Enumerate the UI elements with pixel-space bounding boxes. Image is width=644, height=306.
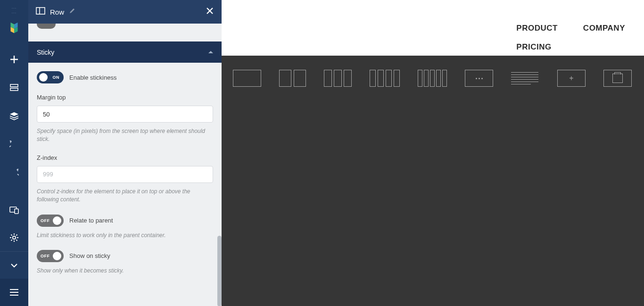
relate-to-parent-label: Relate to parent bbox=[69, 217, 113, 224]
row-icon bbox=[36, 7, 45, 17]
show-on-sticky-label: Show on sticky bbox=[69, 252, 110, 259]
relate-to-parent-hint: Limit stickiness to work only in the par… bbox=[37, 232, 213, 240]
layers-button[interactable] bbox=[0, 102, 28, 130]
undo-button[interactable] bbox=[0, 130, 28, 158]
layout-text[interactable] bbox=[511, 72, 539, 84]
svg-rect-4 bbox=[10, 84, 18, 87]
preview-canvas: PRODUCT COMPANY PRICING + bbox=[222, 0, 644, 306]
site-header: PRODUCT COMPANY PRICING bbox=[222, 0, 644, 56]
add-element-button[interactable] bbox=[0, 45, 28, 74]
element-settings-panel: Row Sticky bbox=[28, 0, 222, 306]
templates-button[interactable] bbox=[0, 74, 28, 102]
zindex-label: Z-index bbox=[37, 154, 213, 161]
svg-rect-5 bbox=[10, 88, 18, 91]
panel-header: Row bbox=[28, 0, 222, 24]
responsive-button[interactable] bbox=[0, 197, 28, 224]
layout-container[interactable] bbox=[603, 70, 632, 87]
section-title: Sticky bbox=[37, 49, 54, 56]
menu-button[interactable] bbox=[0, 279, 28, 306]
layout-5col[interactable] bbox=[418, 70, 447, 87]
layout-3col[interactable] bbox=[324, 70, 352, 87]
close-panel-button[interactable] bbox=[206, 7, 214, 17]
layout-2col[interactable] bbox=[279, 70, 306, 87]
margin-top-hint: Specify space (in pixels) from the scree… bbox=[37, 127, 213, 144]
app-logo bbox=[7, 21, 21, 35]
toggle-off-label-2: OFF bbox=[41, 254, 50, 258]
edit-title-icon[interactable] bbox=[69, 8, 75, 16]
site-nav: PRODUCT COMPANY PRICING bbox=[516, 24, 625, 52]
show-on-sticky-hint: Show only when it becomes sticky. bbox=[37, 267, 213, 275]
toggle-off-label: OFF bbox=[41, 218, 50, 223]
panel-scrollbar[interactable] bbox=[217, 236, 222, 306]
relate-to-parent-toggle[interactable]: OFF bbox=[37, 215, 64, 227]
svg-rect-7 bbox=[15, 209, 18, 214]
layout-1col[interactable] bbox=[233, 70, 261, 87]
main-toolbar: ∙∙∙∙∙∙ bbox=[0, 0, 28, 306]
toggle-on-label: ON bbox=[53, 75, 60, 80]
nav-link-product[interactable]: PRODUCT bbox=[516, 24, 558, 33]
canvas-scrollbar[interactable] bbox=[636, 56, 644, 306]
margin-top-label: Margin top bbox=[37, 94, 213, 101]
margin-top-input[interactable] bbox=[37, 106, 213, 123]
panel-title: Row bbox=[50, 8, 64, 16]
collapse-toolbar-button[interactable] bbox=[0, 251, 28, 279]
nav-link-company[interactable]: COMPANY bbox=[583, 24, 625, 33]
svg-rect-9 bbox=[36, 8, 45, 14]
enable-stickiness-toggle[interactable]: ON bbox=[37, 71, 64, 83]
layout-add[interactable]: + bbox=[557, 70, 586, 87]
zindex-input[interactable] bbox=[37, 166, 213, 183]
enable-stickiness-label: Enable stickiness bbox=[69, 74, 116, 81]
caret-up-icon bbox=[208, 51, 213, 53]
layout-4col[interactable] bbox=[370, 70, 400, 87]
layout-more[interactable] bbox=[465, 70, 493, 87]
drag-handle-icon[interactable]: ∙∙∙∙∙∙ bbox=[12, 4, 17, 19]
previous-section-peek bbox=[28, 24, 222, 41]
settings-button[interactable] bbox=[0, 224, 28, 251]
show-on-sticky-toggle[interactable]: OFF bbox=[37, 250, 64, 262]
redo-button[interactable] bbox=[0, 158, 28, 187]
zindex-hint: Control z-index for the element to place… bbox=[37, 188, 213, 204]
sticky-section-header[interactable]: Sticky bbox=[28, 41, 222, 63]
row-layout-picker: + bbox=[222, 56, 644, 306]
svg-point-8 bbox=[13, 236, 16, 239]
nav-link-pricing[interactable]: PRICING bbox=[516, 42, 551, 52]
